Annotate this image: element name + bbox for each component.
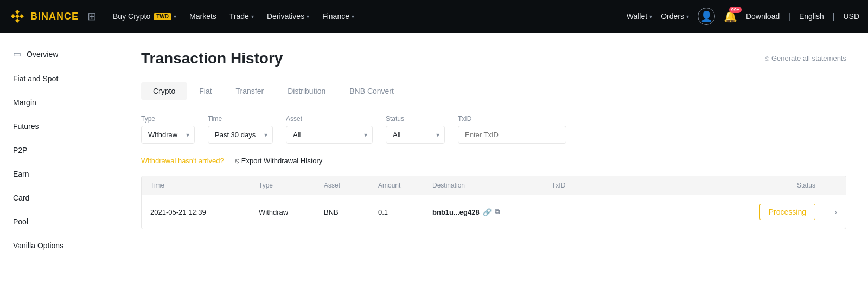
main-nav: Buy Crypto TWD ▾ Markets Trade ▾ Derivat… [107,8,622,25]
generate-statements-link[interactable]: ⎋ Generate all statements [765,54,846,62]
withdrawal-help-link[interactable]: Withdrawal hasn't arrived? [141,157,224,165]
navbar: BINANCE ⊞ Buy Crypto TWD ▾ Markets Trade… [0,0,868,33]
user-avatar[interactable]: 👤 [698,8,715,25]
nav-download[interactable]: Download [746,12,780,21]
page-title: Transaction History [141,50,283,67]
overview-icon: ▭ [13,49,21,59]
nav-trade-arrow: ▾ [251,14,254,20]
nav-wallet[interactable]: Wallet ▾ [627,12,652,21]
asset-select[interactable]: All BNB BTC [286,126,373,144]
th-action [815,182,837,189]
sidebar-item-margin[interactable]: Margin [0,91,119,114]
sidebar-item-futures[interactable]: Futures [0,114,119,138]
sidebar-card-label: Card [13,194,29,202]
sidebar-item-earn[interactable]: Earn [0,162,119,186]
notification-badge: 99+ [729,7,742,13]
nav-currency[interactable]: USD [843,12,859,21]
tab-crypto[interactable]: Crypto [141,82,187,100]
tab-distribution-label: Distribution [288,87,326,95]
nav-language[interactable]: English [799,12,824,21]
txid-input[interactable] [458,126,566,144]
time-select-wrapper: Past 30 days Past 7 days Past 90 days [208,126,273,144]
status-filter-label: Status [386,115,445,123]
avatar-icon: 👤 [700,10,712,22]
type-select-wrapper: Withdraw Deposit [141,126,195,144]
nav-wallet-arrow: ▾ [649,14,652,20]
row-time: 2021-05-21 12:39 [150,208,259,216]
txid-filter-label: TxID [458,115,566,123]
tab-bnb-convert-label: BNB Convert [349,87,394,95]
sidebar-futures-label: Futures [13,122,39,131]
copy-link-icon[interactable]: 🔗 [483,208,492,216]
generate-statements-label: Generate all statements [771,54,846,62]
page-layout: ▭ Overview Fiat and Spot Margin Futures … [0,33,868,290]
notification-bell[interactable]: 🔔 99+ [724,10,737,23]
sidebar-vanilla-options-label: Vanilla Options [13,241,63,250]
status-select-wrapper: All Processing Completed [386,126,445,144]
row-expand-arrow[interactable]: › [815,208,837,216]
nav-language-label: English [799,12,824,21]
nav-derivatives[interactable]: Derivatives ▾ [261,8,315,25]
nav-orders[interactable]: Orders ▾ [661,12,689,21]
status-select[interactable]: All Processing Completed [386,126,445,144]
transaction-table: Time Type Asset Amount Destination TxID … [141,176,846,229]
logo-text: BINANCE [30,11,79,22]
nav-orders-label: Orders [661,12,684,21]
sidebar-overview-label: Overview [27,50,58,59]
row-type: Withdraw [259,208,324,216]
nav-markets[interactable]: Markets [184,8,222,25]
txid-filter: TxID [458,115,566,144]
nav-trade[interactable]: Trade ▾ [224,8,259,25]
th-amount: Amount [378,182,432,189]
sidebar-pool-label: Pool [13,217,28,226]
row-asset: BNB [324,208,378,216]
main-content: Transaction History ⎋ Generate all state… [119,33,868,290]
nav-buy-crypto-badge: TWD [154,13,171,20]
th-txid: TxID [552,182,660,189]
type-select[interactable]: Withdraw Deposit [141,126,195,144]
sidebar-item-overview[interactable]: ▭ Overview [0,41,119,67]
th-type: Type [259,182,324,189]
nav-buy-crypto-arrow: ▾ [174,14,176,20]
generate-statements-icon: ⎋ [765,54,769,62]
transaction-tabs: Crypto Fiat Transfer Distribution BNB Co… [141,82,846,100]
sidebar-item-vanilla-options[interactable]: Vanilla Options [0,234,119,257]
destination-address: bnb1u...eg428 [432,208,480,216]
tab-crypto-label: Crypto [153,87,175,95]
nav-currency-divider: | [833,12,835,21]
table-row[interactable]: 2021-05-21 12:39 Withdraw BNB 0.1 bnb1u.… [142,195,846,229]
table-header: Time Type Asset Amount Destination TxID … [142,176,846,195]
status-filter: Status All Processing Completed [386,115,445,144]
export-link[interactable]: ⎋ Export Withdrawal History [235,157,323,165]
nav-finance[interactable]: Finance ▾ [317,8,360,25]
nav-finance-label: Finance [322,12,349,21]
sidebar-earn-label: Earn [13,170,29,178]
filters: Type Withdraw Deposit Time Past 30 days … [141,115,846,144]
grid-icon[interactable]: ⊞ [87,10,97,23]
page-header: Transaction History ⎋ Generate all state… [141,50,846,67]
time-select[interactable]: Past 30 days Past 7 days Past 90 days [208,126,273,144]
tab-bnb-convert[interactable]: BNB Convert [337,82,406,100]
th-time: Time [150,182,259,189]
tab-transfer-label: Transfer [236,87,264,95]
status-badge[interactable]: Processing [760,204,815,220]
nav-buy-crypto[interactable]: Buy Crypto TWD ▾ [107,8,182,25]
tab-fiat[interactable]: Fiat [187,82,224,100]
logo[interactable]: BINANCE [9,8,79,25]
sidebar-p2p-label: P2P [13,146,27,154]
sidebar-item-pool[interactable]: Pool [0,210,119,234]
sidebar-item-fiat-and-spot[interactable]: Fiat and Spot [0,67,119,91]
navbar-right: Wallet ▾ Orders ▾ 👤 🔔 99+ Download | Eng… [627,8,859,25]
copy-icon[interactable]: ⧉ [495,208,500,216]
row-status-cell: Processing [660,204,815,220]
tab-distribution[interactable]: Distribution [276,82,337,100]
action-links: Withdrawal hasn't arrived? ⎋ Export With… [141,157,846,165]
sidebar-item-p2p[interactable]: P2P [0,138,119,162]
row-destination: bnb1u...eg428 🔗 ⧉ [432,208,552,216]
row-amount: 0.1 [378,208,432,216]
tab-transfer[interactable]: Transfer [224,82,276,100]
nav-finance-arrow: ▾ [352,14,354,20]
export-label: Export Withdrawal History [241,157,323,165]
sidebar-item-card[interactable]: Card [0,186,119,210]
export-icon: ⎋ [235,157,239,165]
